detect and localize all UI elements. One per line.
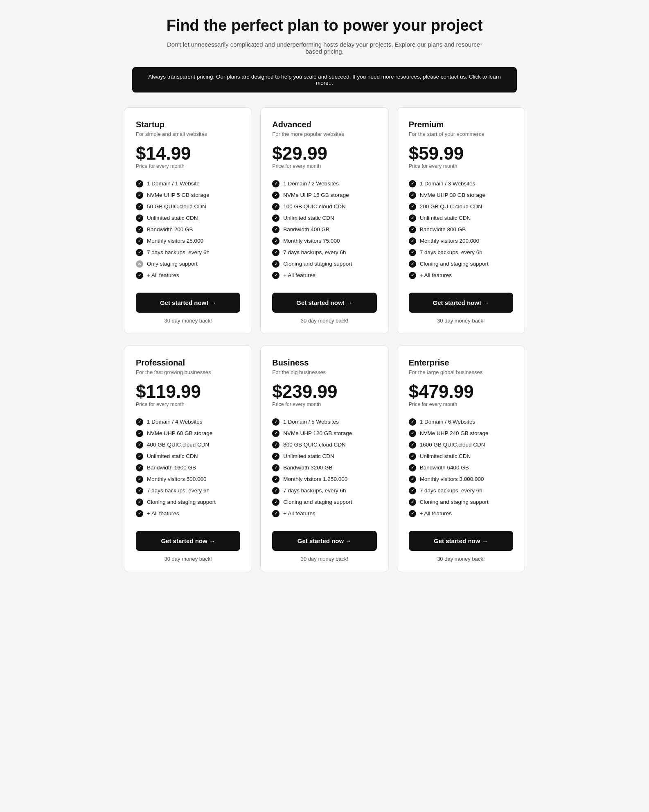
plan-desc: For the large global businesses bbox=[409, 369, 513, 375]
feature-item: Unlimited static CDN bbox=[409, 451, 513, 462]
feature-item: 1 Domain / 5 Websites bbox=[272, 416, 376, 428]
check-icon bbox=[272, 487, 279, 494]
feature-text: Unlimited static CDN bbox=[283, 453, 334, 459]
feature-item: + All features bbox=[409, 508, 513, 519]
feature-text: + All features bbox=[283, 510, 315, 517]
features-list: 1 Domain / 6 WebsitesNVMe UHP 240 GB sto… bbox=[409, 416, 513, 519]
feature-text: 1 Domain / 1 Website bbox=[147, 180, 200, 187]
cta-button-enterprise[interactable]: Get started now → bbox=[409, 531, 513, 551]
feature-text: Unlimited static CDN bbox=[283, 215, 334, 221]
feature-text: + All features bbox=[420, 510, 452, 517]
check-icon bbox=[409, 214, 416, 222]
check-icon bbox=[272, 464, 279, 471]
feature-item: 7 days backups, every 6h bbox=[136, 247, 240, 258]
feature-item: 7 days backups, every 6h bbox=[272, 485, 376, 496]
plan-price-note: Price for every month bbox=[272, 163, 376, 169]
plan-price: $119.99 bbox=[136, 383, 240, 401]
check-icon bbox=[136, 453, 143, 460]
feature-item: 7 days backups, every 6h bbox=[409, 485, 513, 496]
feature-item: 1600 GB QUIC.cloud CDN bbox=[409, 439, 513, 451]
feature-item: Cloning and staging support bbox=[136, 496, 240, 508]
cta-button-professional[interactable]: Get started now → bbox=[136, 531, 240, 551]
feature-text: + All features bbox=[420, 272, 452, 278]
feature-item: Monthly visitors 3.000.000 bbox=[409, 474, 513, 485]
feature-text: Bandwidth 400 GB bbox=[283, 226, 329, 232]
feature-item: + All features bbox=[136, 508, 240, 519]
feature-text: Unlimited static CDN bbox=[420, 453, 471, 459]
check-icon bbox=[136, 180, 143, 187]
plan-price: $239.99 bbox=[272, 383, 376, 401]
check-icon bbox=[272, 180, 279, 187]
feature-text: 1 Domain / 2 Websites bbox=[283, 180, 339, 187]
feature-item: Unlimited static CDN bbox=[272, 212, 376, 224]
check-icon bbox=[272, 237, 279, 245]
feature-item: Bandwidth 3200 GB bbox=[272, 462, 376, 474]
check-icon bbox=[272, 203, 279, 210]
feature-text: 1 Domain / 6 Websites bbox=[420, 419, 475, 425]
feature-text: Unlimited static CDN bbox=[147, 215, 198, 221]
check-icon bbox=[136, 487, 143, 494]
feature-item: NVMe UHP 120 GB storage bbox=[272, 428, 376, 439]
feature-item: + All features bbox=[272, 270, 376, 281]
check-icon bbox=[272, 510, 279, 517]
plan-card-professional: ProfessionalFor the fast growing busines… bbox=[124, 345, 252, 572]
feature-item: NVMe UHP 15 GB storage bbox=[272, 189, 376, 201]
features-list: 1 Domain / 3 WebsitesNVMe UHP 30 GB stor… bbox=[409, 178, 513, 281]
features-list: 1 Domain / 5 WebsitesNVMe UHP 120 GB sto… bbox=[272, 416, 376, 519]
check-icon bbox=[136, 192, 143, 199]
plan-name: Advanced bbox=[272, 120, 376, 129]
check-icon bbox=[272, 430, 279, 437]
check-icon bbox=[409, 226, 416, 233]
top-plans-grid: StartupFor simple and small websites$14.… bbox=[124, 107, 525, 334]
feature-item: Cloning and staging support bbox=[409, 258, 513, 270]
plan-price: $14.99 bbox=[136, 144, 240, 162]
check-icon bbox=[136, 203, 143, 210]
feature-item: + All features bbox=[409, 270, 513, 281]
cta-button-startup[interactable]: Get started now! → bbox=[136, 293, 240, 313]
check-icon bbox=[272, 498, 279, 506]
feature-text: 1600 GB QUIC.cloud CDN bbox=[420, 442, 485, 448]
feature-text: Cloning and staging support bbox=[147, 499, 216, 505]
feature-text: Bandwidth 200 GB bbox=[147, 226, 193, 232]
check-icon bbox=[272, 476, 279, 483]
feature-text: 400 GB QUIC.cloud CDN bbox=[147, 442, 209, 448]
feature-item: Cloning and staging support bbox=[272, 258, 376, 270]
feature-text: 7 days backups, every 6h bbox=[283, 249, 346, 255]
money-back-label: 30 day money back! bbox=[136, 556, 240, 562]
money-back-label: 30 day money back! bbox=[409, 318, 513, 324]
plan-desc: For the big businesses bbox=[272, 369, 376, 375]
feature-text: 7 days backups, every 6h bbox=[147, 249, 210, 255]
feature-text: Cloning and staging support bbox=[283, 499, 352, 505]
feature-text: Monthly visitors 1.250.000 bbox=[283, 476, 347, 482]
feature-text: 7 days backups, every 6h bbox=[420, 249, 482, 255]
feature-item: 1 Domain / 4 Websites bbox=[136, 416, 240, 428]
check-icon bbox=[409, 180, 416, 187]
feature-item: Bandwidth 800 GB bbox=[409, 224, 513, 235]
feature-text: 800 GB QUIC.cloud CDN bbox=[283, 442, 345, 448]
feature-text: Monthly visitors 200.000 bbox=[420, 238, 480, 244]
check-icon bbox=[409, 476, 416, 483]
cta-button-business[interactable]: Get started now → bbox=[272, 531, 376, 551]
feature-text: + All features bbox=[147, 272, 179, 278]
feature-item: Monthly visitors 200.000 bbox=[409, 235, 513, 247]
bottom-plans-grid: ProfessionalFor the fast growing busines… bbox=[124, 345, 525, 572]
feature-text: Monthly visitors 75.000 bbox=[283, 238, 340, 244]
feature-item: Only staging support bbox=[136, 258, 240, 270]
money-back-label: 30 day money back! bbox=[136, 318, 240, 324]
banner[interactable]: Always transparent pricing. Our plans ar… bbox=[132, 67, 517, 92]
cta-button-advanced[interactable]: Get started now! → bbox=[272, 293, 376, 313]
page-header: Find the perfect plan to power your proj… bbox=[8, 16, 641, 55]
check-icon bbox=[409, 418, 416, 426]
feature-item: + All features bbox=[136, 270, 240, 281]
check-icon bbox=[409, 260, 416, 268]
check-icon bbox=[409, 453, 416, 460]
feature-text: Unlimited static CDN bbox=[420, 215, 471, 221]
feature-item: 7 days backups, every 6h bbox=[409, 247, 513, 258]
plan-price-note: Price for every month bbox=[409, 163, 513, 169]
check-icon bbox=[136, 418, 143, 426]
feature-item: NVMe UHP 240 GB storage bbox=[409, 428, 513, 439]
cta-button-premium[interactable]: Get started now! → bbox=[409, 293, 513, 313]
feature-text: Bandwidth 1600 GB bbox=[147, 465, 196, 471]
feature-text: 7 days backups, every 6h bbox=[283, 487, 346, 494]
money-back-label: 30 day money back! bbox=[272, 318, 376, 324]
